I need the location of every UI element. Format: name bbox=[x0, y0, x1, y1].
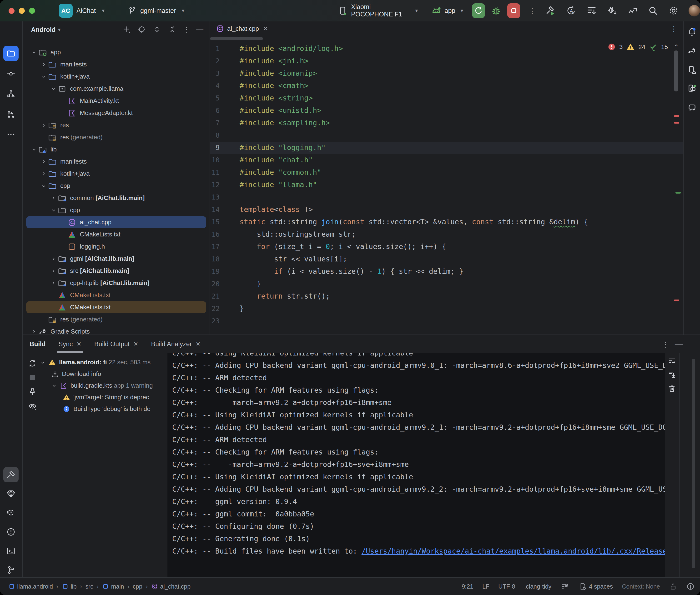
tree-item-logging-h[interactable]: Hlogging.h bbox=[26, 240, 206, 253]
chevron-right-icon[interactable] bbox=[41, 159, 48, 165]
tree-item-res[interactable]: res bbox=[26, 119, 206, 131]
chevron-down-icon[interactable] bbox=[51, 382, 57, 389]
analyzer-status[interactable]: .clang-tidy bbox=[524, 583, 551, 590]
breadcrumb-item-ai-chat-cpp[interactable]: Cai_chat.cpp bbox=[151, 583, 191, 590]
build-tree-item[interactable]: Download info bbox=[51, 368, 101, 380]
editor-scrollbar[interactable] bbox=[674, 51, 678, 91]
branch-selector[interactable]: ggml-master ▾ bbox=[128, 6, 184, 16]
rerun-button[interactable] bbox=[472, 3, 485, 18]
close-window-button[interactable] bbox=[8, 8, 15, 14]
apply-changes-icon[interactable]: A bbox=[566, 5, 577, 16]
build-tree-item[interactable]: BuildType 'debug' is both de bbox=[62, 403, 150, 415]
build-options-icon[interactable]: ⋮ bbox=[662, 340, 669, 348]
chevron-right-icon[interactable] bbox=[51, 195, 58, 201]
tree-item-cmakelists-txt[interactable]: CMakeLists.txt bbox=[26, 228, 206, 240]
close-icon[interactable]: ✕ bbox=[196, 341, 200, 347]
chevron-down-icon[interactable] bbox=[39, 359, 46, 366]
tree-item-messageadapter-kt[interactable]: MessageAdapter.kt bbox=[26, 107, 206, 119]
tree-item-res[interactable]: res (generated) bbox=[26, 313, 206, 325]
build-tree-item[interactable]: build.gradle.kts app 1 warning bbox=[51, 380, 153, 391]
tree-item-cpp[interactable]: cpp bbox=[26, 204, 206, 216]
soft-wrap-icon[interactable] bbox=[667, 357, 676, 366]
device-manager-icon[interactable] bbox=[684, 62, 700, 78]
hide-project-panel-icon[interactable]: — bbox=[196, 25, 203, 33]
chevron-right-icon[interactable] bbox=[41, 171, 48, 177]
chevron-down-icon[interactable] bbox=[41, 74, 48, 80]
close-icon[interactable]: ✕ bbox=[77, 341, 81, 347]
tree-item-manifests[interactable]: manifests bbox=[26, 58, 206, 70]
line-ending[interactable]: LF bbox=[482, 583, 489, 590]
close-icon[interactable]: ✕ bbox=[133, 341, 138, 347]
run-configuration-selector[interactable]: app ▾ bbox=[431, 5, 463, 16]
formatter-icon[interactable] bbox=[560, 582, 569, 591]
error-stripe-mark[interactable] bbox=[674, 122, 679, 123]
ai-context[interactable]: Context: None bbox=[622, 583, 660, 590]
chevron-right-icon[interactable] bbox=[41, 61, 48, 67]
expand-all-icon[interactable] bbox=[152, 25, 162, 34]
terminal-icon[interactable] bbox=[3, 543, 19, 559]
project-selector[interactable]: AC AiChat ▾ bbox=[59, 4, 105, 18]
stop-button[interactable] bbox=[507, 3, 520, 18]
locate-file-icon[interactable] bbox=[137, 25, 146, 34]
gemini-icon[interactable] bbox=[684, 100, 700, 115]
lock-icon[interactable] bbox=[669, 583, 677, 591]
console-scrollbar[interactable] bbox=[692, 359, 695, 568]
breadcrumb-item-src[interactable]: src bbox=[85, 583, 93, 590]
tree-item-app[interactable]: app bbox=[26, 46, 206, 58]
chevron-down-icon[interactable] bbox=[51, 86, 58, 92]
collapse-all-icon[interactable] bbox=[168, 25, 177, 34]
tree-item-cmakelists-txt[interactable]: CMakeLists.txt bbox=[26, 289, 206, 301]
problems-indicator-icon[interactable] bbox=[686, 582, 695, 591]
chevron-right-icon[interactable] bbox=[31, 329, 38, 335]
more-run-actions-icon[interactable]: ⋮ bbox=[529, 7, 536, 15]
breadcrumb-item-cpp[interactable]: cpp bbox=[133, 583, 142, 590]
error-stripe-mark[interactable] bbox=[674, 115, 679, 117]
debug-button[interactable] bbox=[491, 5, 502, 16]
build-run-icon[interactable] bbox=[545, 5, 556, 16]
app-quality-insights-icon[interactable] bbox=[3, 486, 19, 502]
notifications-icon[interactable] bbox=[684, 24, 700, 39]
console-link[interactable]: /Users/hanyin/Workspace/ai-chat/examples… bbox=[362, 547, 665, 555]
caret-position[interactable]: 9:21 bbox=[461, 583, 473, 590]
add-icon[interactable] bbox=[122, 25, 131, 34]
tree-item-ai-chat-cpp[interactable]: Cai_chat.cpp bbox=[26, 216, 206, 228]
project-view-selector[interactable]: Android bbox=[31, 26, 56, 34]
tree-item-cmakelists-txt[interactable]: CMakeLists.txt bbox=[26, 301, 206, 313]
zoom-window-button[interactable] bbox=[29, 8, 35, 14]
chevron-down-icon[interactable] bbox=[31, 146, 38, 152]
user-avatar[interactable] bbox=[689, 5, 700, 17]
tree-item-lib[interactable]: lib bbox=[26, 143, 206, 155]
structure-icon[interactable] bbox=[3, 86, 19, 102]
chevron-down-icon[interactable] bbox=[41, 183, 48, 189]
build-console[interactable]: C/C++: -- Using KleidiAI optimized kerne… bbox=[167, 353, 665, 578]
build-tab-sync[interactable]: Sync✕ bbox=[59, 335, 81, 353]
breadcrumb-item-lib[interactable]: lib bbox=[62, 583, 77, 590]
tree-item-com-example-llama[interactable]: com.example.llama bbox=[26, 83, 206, 95]
close-tab-icon[interactable]: ✕ bbox=[263, 25, 268, 32]
search-everywhere-icon[interactable] bbox=[648, 5, 659, 16]
show-filter-icon[interactable] bbox=[28, 402, 37, 411]
chevron-right-icon[interactable] bbox=[51, 280, 58, 286]
minimize-window-button[interactable] bbox=[19, 8, 25, 14]
tree-item-res[interactable]: res (generated) bbox=[26, 131, 206, 143]
problems-icon[interactable] bbox=[3, 524, 19, 540]
project-options-icon[interactable]: ⋮ bbox=[183, 25, 190, 34]
tree-item-ggml[interactable]: ggml [AiChat.lib.main] bbox=[26, 253, 206, 265]
build-tree-item[interactable]: llama.android: fi 22 sec, 583 ms bbox=[39, 357, 150, 368]
stop-gray-icon[interactable] bbox=[28, 373, 37, 382]
device-selector[interactable]: Xiaomi POCOPHONE F1 ▾ bbox=[338, 3, 418, 18]
breadcrumb-item-llama-android[interactable]: llama.android bbox=[8, 583, 53, 590]
error-stripe-mark[interactable] bbox=[674, 300, 679, 301]
sync-icon[interactable] bbox=[28, 359, 37, 368]
project-icon[interactable] bbox=[3, 46, 19, 61]
editor-tab-ai-chat-cpp[interactable]: C ai_chat.cpp ✕ bbox=[214, 22, 270, 36]
tree-item-cpp-httplib[interactable]: cpp-httplib [AiChat.lib.main] bbox=[26, 277, 206, 289]
tree-item-common[interactable]: common [AiChat.lib.main] bbox=[26, 192, 206, 204]
build-tab-analyzer[interactable]: Build Analyzer✕ bbox=[151, 335, 200, 353]
profiler-icon[interactable] bbox=[627, 5, 638, 16]
warning-stripe-mark[interactable] bbox=[675, 192, 681, 194]
breadcrumb-item-main[interactable]: main bbox=[102, 583, 124, 590]
chevron-right-icon[interactable] bbox=[51, 256, 58, 262]
code-editor[interactable]: 1#include <android/log.h>2#include <jni.… bbox=[210, 43, 683, 328]
settings-gear-icon[interactable] bbox=[668, 5, 679, 16]
